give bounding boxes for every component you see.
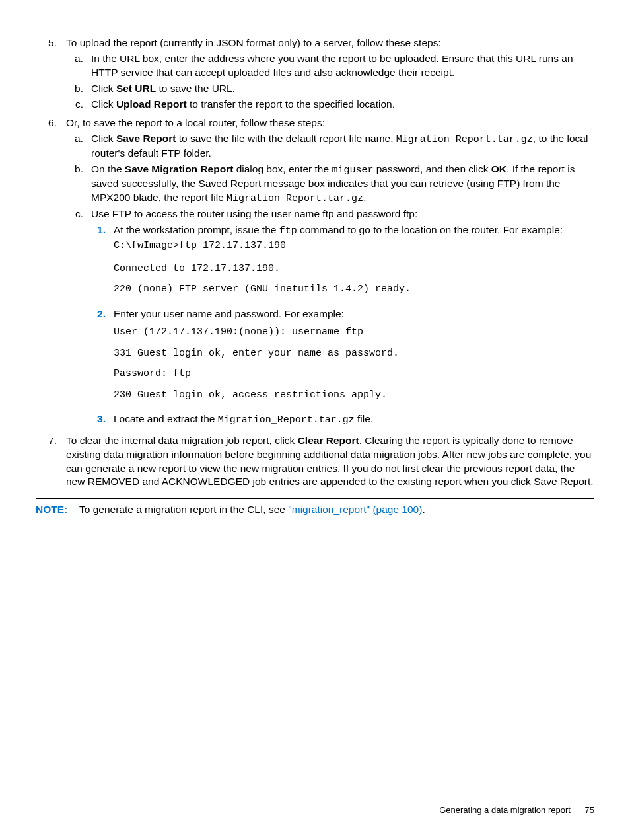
step-6c-3-number: 3. bbox=[91, 412, 114, 427]
note-t2: . bbox=[422, 504, 425, 515]
step-6c-1-m1: ftp bbox=[279, 225, 297, 237]
step-6c-number: c. bbox=[66, 208, 91, 430]
step-6: 6. Or, to save the report to a local rou… bbox=[36, 116, 594, 432]
step-5c: c. Click Upload Report to transfer the r… bbox=[66, 98, 594, 112]
step-6c-2-pre: User (172.17.137.190:(none)): username f… bbox=[114, 322, 594, 405]
footer-page: 75 bbox=[585, 805, 594, 815]
footer-title: Generating a data migration report bbox=[439, 805, 571, 815]
step-6c-3: 3. Locate and extract the Migration_Repo… bbox=[91, 412, 594, 427]
step-6c-1-number: 1. bbox=[91, 223, 114, 305]
step-5a: a. In the URL box, enter the address whe… bbox=[66, 52, 594, 80]
step-6c-2-t1: Enter your user name and password. For e… bbox=[114, 308, 344, 319]
step-6b-t1: On the bbox=[91, 163, 125, 174]
page-footer: Generating a data migration report 75 bbox=[439, 804, 594, 816]
step-6-text: Or, to save the report to a local router… bbox=[66, 117, 325, 128]
ordered-list-main: 5. To upload the report (currently in JS… bbox=[36, 36, 594, 489]
step-6a-l1bold: Save Report bbox=[116, 133, 176, 144]
step-5c-post: to transfer the report to the specified … bbox=[187, 98, 395, 110]
step-6b-m2: Migration_Report.tar.gz bbox=[227, 193, 363, 204]
note-link[interactable]: "migration_report" (page 100) bbox=[288, 504, 422, 515]
step-6c-1-t1: At the workstation prompt, issue the bbox=[114, 224, 279, 235]
step-6c-3-t1: Locate and extract the bbox=[114, 413, 218, 424]
step-6a: a. Click Save Report to save the file wi… bbox=[66, 132, 594, 161]
step-6a-l1pre: Click bbox=[91, 133, 116, 144]
step-5-number: 5. bbox=[36, 36, 66, 114]
step-5c-pre: Click bbox=[91, 98, 116, 110]
step-6b-b2: OK bbox=[491, 163, 507, 174]
step-5: 5. To upload the report (currently in JS… bbox=[36, 36, 594, 114]
step-5a-text: In the URL box, enter the address where … bbox=[91, 52, 594, 80]
step-6c-text: Use FTP to access the router using the u… bbox=[91, 208, 417, 219]
step-6c-2: 2. Enter your user name and password. Fo… bbox=[91, 307, 594, 411]
step-5c-bold: Upload Report bbox=[116, 98, 187, 110]
step-5b-number: b. bbox=[66, 82, 91, 96]
step-6c-1-pre: Connected to 172.17.137.190. 220 (none) … bbox=[114, 258, 594, 300]
note-t1: To generate a migration report in the CL… bbox=[79, 504, 288, 515]
step-5b-bold: Set URL bbox=[116, 83, 156, 94]
step-6c-1-m2: C:\fwImage>ftp 172.17.137.190 bbox=[114, 240, 286, 251]
step-6b-t5: . bbox=[363, 192, 366, 203]
step-6c-3-m1: Migration_Report.tar.gz bbox=[218, 414, 355, 426]
step-7-number: 7. bbox=[36, 434, 66, 490]
step-6b-m1: miguser bbox=[332, 165, 373, 176]
step-6c: c. Use FTP to access the router using th… bbox=[66, 208, 594, 430]
step-6b-number: b. bbox=[66, 163, 91, 206]
step-6c-2-number: 2. bbox=[91, 307, 114, 411]
step-6-number: 6. bbox=[36, 116, 66, 432]
step-6a-number: a. bbox=[66, 132, 91, 161]
step-5b-pre: Click bbox=[91, 83, 116, 94]
step-5b: b. Click Set URL to save the URL. bbox=[66, 82, 594, 96]
step-6b: b. On the Save Migration Report dialog b… bbox=[66, 163, 594, 206]
step-5-text: To upload the report (currently in JSON … bbox=[66, 37, 441, 48]
note-label: NOTE: bbox=[36, 503, 79, 517]
note-box: NOTE: To generate a migration report in … bbox=[36, 498, 594, 521]
step-7: 7. To clear the internal data migration … bbox=[36, 434, 594, 490]
step-5a-number: a. bbox=[66, 52, 91, 80]
step-5c-number: c. bbox=[66, 98, 91, 112]
step-6c-1: 1. At the workstation prompt, issue the … bbox=[91, 223, 594, 305]
step-7-b1: Clear Report bbox=[298, 435, 359, 446]
step-7-t1: To clear the internal data migration job… bbox=[66, 435, 298, 446]
step-6b-t2: dialog box, enter the bbox=[233, 163, 332, 174]
step-5b-post: to save the URL. bbox=[156, 83, 235, 94]
step-6a-l2mono: Migration_Report.tar.gz bbox=[396, 134, 533, 145]
step-6c-1-t2: command to go to the location on the rou… bbox=[297, 224, 563, 235]
step-6c-3-t2: file. bbox=[355, 413, 373, 424]
step-6a-l1post: to save the file with the default report… bbox=[176, 133, 396, 144]
step-6b-b1: Save Migration Report bbox=[125, 163, 234, 174]
step-6b-t3: password, and then click bbox=[373, 163, 491, 174]
